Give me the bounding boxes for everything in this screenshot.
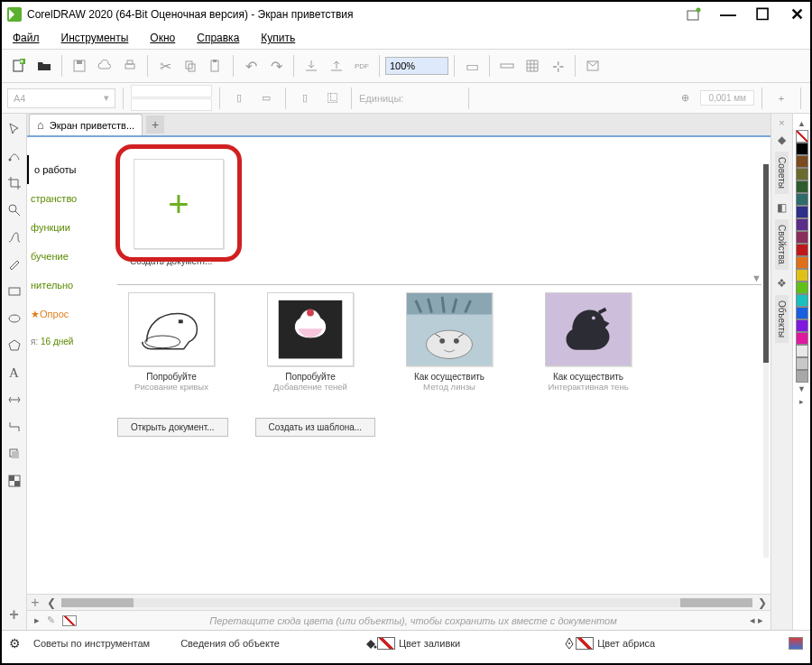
options-icon[interactable] bbox=[581, 54, 604, 78]
swatch[interactable] bbox=[796, 168, 808, 180]
page-dimensions[interactable] bbox=[131, 85, 212, 111]
palette-nav-left-icon[interactable]: ▸ bbox=[34, 614, 40, 626]
no-color-swatch[interactable] bbox=[62, 615, 77, 626]
landscape-icon[interactable]: ▭ bbox=[254, 87, 278, 110]
user-indicator-icon[interactable] bbox=[686, 7, 704, 22]
swatch[interactable] bbox=[796, 218, 808, 231]
scroll-right-icon[interactable]: ❯ bbox=[754, 596, 770, 609]
create-document-card[interactable]: + bbox=[134, 159, 224, 249]
sidebar-item-survey[interactable]: ★Опрос bbox=[27, 300, 99, 329]
close-button[interactable]: ✕ bbox=[789, 8, 805, 21]
zoom-input[interactable] bbox=[385, 57, 448, 75]
transparency-icon[interactable] bbox=[5, 471, 24, 491]
copy-icon[interactable] bbox=[179, 54, 202, 78]
menu-file[interactable]: Файл bbox=[13, 32, 40, 44]
minimize-button[interactable]: — bbox=[720, 8, 736, 21]
swatch[interactable] bbox=[796, 256, 808, 269]
crop-tool-icon[interactable] bbox=[5, 173, 24, 193]
units-input[interactable] bbox=[407, 90, 461, 106]
sidebar-item-start[interactable]: о работы bbox=[27, 155, 99, 184]
docker-tab-properties[interactable]: Свойства bbox=[775, 219, 789, 270]
export-icon[interactable] bbox=[325, 54, 348, 78]
objects-icon[interactable]: ❖ bbox=[774, 275, 790, 291]
text-tool-icon[interactable]: A bbox=[5, 363, 24, 383]
swatch[interactable] bbox=[796, 193, 808, 206]
swatch[interactable] bbox=[796, 180, 808, 193]
thumb-shadow-interactive[interactable]: Как осуществить Интерактивная тень bbox=[534, 292, 642, 393]
thumb-lens[interactable]: Как осуществить Метод линзы bbox=[395, 292, 503, 393]
swatch[interactable] bbox=[796, 332, 808, 345]
maximize-button[interactable]: ☐ bbox=[754, 8, 770, 21]
status-object-info[interactable]: Сведения об объекте bbox=[180, 638, 280, 649]
swatch[interactable] bbox=[796, 319, 808, 332]
rulers-icon[interactable] bbox=[495, 54, 519, 78]
create-from-template-button[interactable]: Создать из шаблона... bbox=[255, 418, 376, 437]
palette-down-icon[interactable]: ▼ bbox=[798, 383, 806, 395]
cloud-icon[interactable] bbox=[93, 54, 116, 78]
page-height-input[interactable] bbox=[131, 98, 212, 111]
sidebar-item-workspace[interactable]: странство bbox=[27, 184, 99, 213]
swatch[interactable] bbox=[796, 244, 808, 256]
zoom-tool-icon[interactable] bbox=[5, 200, 24, 220]
undo-icon[interactable]: ↶ bbox=[239, 54, 263, 78]
fullscreen-icon[interactable]: ▭ bbox=[460, 54, 484, 78]
swatch[interactable] bbox=[796, 155, 808, 168]
status-color-proof-icon[interactable] bbox=[789, 637, 803, 650]
print-icon[interactable] bbox=[118, 54, 142, 78]
duplicate-distance-icon[interactable]: + bbox=[770, 87, 793, 110]
pick-tool-icon[interactable] bbox=[5, 119, 24, 139]
nudge-icon[interactable]: ⊕ bbox=[673, 87, 697, 110]
parallel-dim-icon[interactable] bbox=[5, 390, 24, 410]
docker-close-icon[interactable]: × bbox=[779, 117, 784, 128]
swatch[interactable] bbox=[796, 294, 808, 307]
open-icon[interactable] bbox=[32, 54, 56, 78]
add-page-icon[interactable]: + bbox=[27, 595, 43, 611]
swatch[interactable] bbox=[796, 269, 808, 282]
rectangle-tool-icon[interactable] bbox=[5, 282, 24, 301]
hints-icon[interactable]: ◆ bbox=[774, 132, 790, 148]
swatch[interactable] bbox=[796, 206, 808, 218]
swatch[interactable] bbox=[796, 307, 808, 319]
docker-tab-hints[interactable]: Советы bbox=[775, 152, 789, 194]
document-palette-bar[interactable]: ▸ ✎ Перетащите сюда цвета (или объекты),… bbox=[27, 610, 770, 630]
menu-tools[interactable]: Инструменты bbox=[61, 32, 129, 44]
sidebar-item-learning[interactable]: бучение bbox=[27, 242, 99, 271]
freehand-tool-icon[interactable] bbox=[5, 227, 24, 247]
status-tips[interactable]: Советы по инструментам bbox=[33, 638, 150, 649]
sidebar-item-more[interactable]: нительно bbox=[27, 271, 99, 300]
horizontal-scrollbar[interactable]: + ❮ ❯ bbox=[27, 594, 770, 610]
connector-tool-icon[interactable] bbox=[5, 417, 24, 437]
collapse-icon[interactable]: ▼ bbox=[117, 272, 761, 283]
palette-expand-icon[interactable]: ▸ bbox=[799, 395, 804, 408]
facing-pages-icon[interactable]: ⿺ bbox=[320, 87, 344, 110]
guides-icon[interactable]: ⊹ bbox=[546, 54, 569, 78]
import-icon[interactable] bbox=[300, 54, 323, 78]
portrait-icon[interactable]: ▯ bbox=[227, 87, 251, 110]
palette-up-icon[interactable]: ▲ bbox=[798, 117, 806, 130]
page-size-selector[interactable]: A4▾ bbox=[7, 88, 115, 108]
menu-window[interactable]: Окно bbox=[150, 32, 175, 44]
toolbox-more-icon[interactable]: + bbox=[5, 605, 24, 624]
swatch[interactable] bbox=[796, 282, 808, 294]
open-document-button[interactable]: Открыть документ... bbox=[117, 418, 228, 437]
thumb-shadows[interactable]: Попробуйте Добавление теней bbox=[256, 292, 364, 393]
tab-welcome[interactable]: ⌂ Экран приветств... bbox=[29, 114, 143, 135]
properties-icon[interactable]: ◧ bbox=[774, 199, 790, 216]
page-layout-icon[interactable]: ▯ bbox=[293, 87, 317, 110]
docker-tab-objects[interactable]: Объекты bbox=[775, 295, 789, 343]
page-width-input[interactable] bbox=[131, 85, 212, 97]
add-tab-button[interactable]: + bbox=[146, 115, 164, 134]
paste-icon[interactable] bbox=[204, 54, 227, 78]
artistic-media-icon[interactable] bbox=[5, 254, 24, 274]
cut-icon[interactable]: ✂ bbox=[153, 54, 177, 78]
status-outline[interactable]: Цвет абриса bbox=[563, 637, 655, 650]
ellipse-tool-icon[interactable] bbox=[5, 309, 24, 328]
swatch[interactable] bbox=[796, 357, 808, 370]
swatch-none[interactable] bbox=[796, 130, 808, 143]
polygon-tool-icon[interactable] bbox=[5, 336, 24, 356]
save-icon[interactable] bbox=[68, 54, 91, 78]
thumb-curves[interactable]: Попробуйте Рисование кривых bbox=[117, 292, 226, 393]
menu-help[interactable]: Справка bbox=[197, 32, 239, 44]
eyedropper-icon[interactable]: ✎ bbox=[47, 614, 55, 626]
drop-shadow-icon[interactable] bbox=[5, 444, 24, 464]
